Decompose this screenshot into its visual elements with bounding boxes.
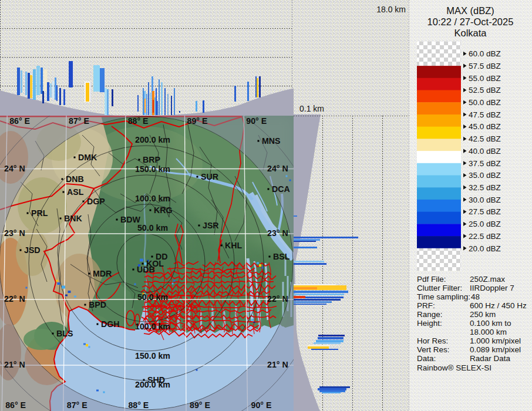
svg-text:10:22 / 27-Oct-2025: 10:22 / 27-Oct-2025	[427, 16, 514, 27]
svg-text:250 km: 250 km	[470, 310, 496, 319]
svg-text:57.5 dBZ: 57.5 dBZ	[469, 62, 501, 70]
svg-text:90° E: 90° E	[251, 400, 272, 410]
svg-text:1.000 km/pixel: 1.000 km/pixel	[470, 336, 521, 345]
svg-text:32.5 dBZ: 32.5 dBZ	[469, 183, 501, 192]
svg-text:BSL: BSL	[273, 252, 290, 261]
svg-text:60.0 dBZ: 60.0 dBZ	[469, 49, 501, 58]
svg-text:24° N: 24° N	[267, 164, 288, 173]
svg-text:22.5 dBZ: 22.5 dBZ	[469, 232, 501, 241]
svg-text:45.0 dBZ: 45.0 dBZ	[469, 122, 501, 131]
svg-text:Radar Data: Radar Data	[470, 354, 511, 363]
svg-text:18.000 km: 18.000 km	[470, 328, 507, 336]
svg-text:Range:: Range:	[417, 310, 443, 319]
svg-text:ASL: ASL	[67, 187, 84, 197]
svg-text:DGP: DGP	[87, 197, 105, 206]
svg-text:BRP: BRP	[143, 155, 160, 164]
svg-text:Kolkata: Kolkata	[454, 28, 487, 38]
svg-text:87° E: 87° E	[69, 116, 89, 126]
svg-text:20.0 dBZ: 20.0 dBZ	[469, 244, 501, 253]
svg-text:Hor Res:: Hor Res:	[417, 336, 448, 345]
svg-text:37.5 dBZ: 37.5 dBZ	[469, 159, 501, 168]
svg-text:Vert Res:: Vert Res:	[417, 345, 450, 354]
svg-text:Height:: Height:	[417, 319, 442, 328]
svg-text:MDR: MDR	[93, 269, 112, 278]
svg-text:40.0 dBZ: 40.0 dBZ	[469, 147, 501, 156]
svg-text:47.5 dBZ: 47.5 dBZ	[469, 110, 501, 119]
svg-text:150.0 km: 150.0 km	[135, 351, 170, 361]
svg-text:JSD: JSD	[24, 245, 41, 255]
svg-text:89° E: 89° E	[187, 116, 208, 126]
svg-text:88° E: 88° E	[128, 400, 149, 410]
svg-text:86° E: 86° E	[9, 116, 30, 126]
svg-text:Data:: Data:	[417, 354, 436, 363]
svg-text:50.0 km: 50.0 km	[137, 223, 168, 233]
svg-text:55.0 dBZ: 55.0 dBZ	[469, 74, 501, 83]
svg-text:48: 48	[471, 292, 480, 301]
svg-text:21° N: 21° N	[267, 360, 288, 369]
svg-text:250Z.max: 250Z.max	[470, 275, 505, 284]
svg-text:87° E: 87° E	[67, 400, 87, 410]
svg-text:MAX (dBZ): MAX (dBZ)	[446, 5, 494, 16]
svg-text:MNS: MNS	[262, 136, 281, 146]
svg-text:Clutter Filter:: Clutter Filter:	[417, 284, 462, 292]
svg-text:DGH: DGH	[101, 319, 120, 329]
svg-text:PRF:: PRF:	[417, 301, 435, 310]
svg-text:22° N: 22° N	[4, 294, 25, 304]
svg-text:Pdf File:: Pdf File:	[417, 275, 446, 284]
svg-text:Rainbow® SELEX-SI: Rainbow® SELEX-SI	[417, 363, 491, 372]
svg-text:50.0 dBZ: 50.0 dBZ	[469, 98, 501, 107]
svg-text:KRG: KRG	[154, 206, 173, 215]
svg-text:KOL: KOL	[146, 259, 164, 268]
svg-text:23° N: 23° N	[267, 228, 288, 238]
svg-text:600 Hz / 450 Hz: 600 Hz / 450 Hz	[470, 301, 527, 310]
svg-text:30.0 dBZ: 30.0 dBZ	[469, 196, 501, 204]
svg-text:21° N: 21° N	[4, 360, 25, 369]
svg-text:DCA: DCA	[272, 184, 290, 194]
svg-text:100.0 km: 100.0 km	[135, 322, 170, 331]
svg-text:25.0 dBZ: 25.0 dBZ	[469, 220, 501, 228]
svg-text:IIRDoppler 7: IIRDoppler 7	[470, 284, 514, 292]
svg-text:86° E: 86° E	[5, 400, 26, 410]
svg-text:SUR: SUR	[201, 172, 218, 181]
svg-text:22° N: 22° N	[267, 294, 288, 304]
svg-text:90° E: 90° E	[246, 116, 267, 126]
svg-text:0.089 km/pixel: 0.089 km/pixel	[470, 345, 521, 354]
svg-text:200.0 km: 200.0 km	[135, 135, 170, 144]
svg-text:52.5 dBZ: 52.5 dBZ	[469, 86, 501, 95]
svg-text:BLS: BLS	[56, 329, 73, 338]
svg-text:Time sampling:: Time sampling:	[417, 292, 470, 301]
svg-text:89° E: 89° E	[190, 400, 210, 410]
svg-text:DNB: DNB	[66, 174, 84, 184]
svg-text:PRL: PRL	[31, 208, 48, 218]
svg-text:18.0 km: 18.0 km	[376, 5, 406, 14]
svg-text:50.0 km: 50.0 km	[137, 292, 168, 302]
svg-text:KHL: KHL	[225, 241, 242, 250]
svg-text:42.5 dBZ: 42.5 dBZ	[469, 134, 501, 143]
svg-text:0.100 km to: 0.100 km to	[470, 319, 511, 328]
svg-text:BPD: BPD	[89, 300, 106, 309]
svg-text:35.0 dBZ: 35.0 dBZ	[469, 171, 501, 180]
svg-text:0.1 km: 0.1 km	[299, 104, 324, 113]
svg-text:BNK: BNK	[64, 214, 82, 223]
svg-text:200.0 km: 200.0 km	[135, 380, 170, 389]
svg-text:24° N: 24° N	[4, 164, 25, 173]
svg-text:JSR: JSR	[203, 221, 219, 230]
svg-text:DMK: DMK	[78, 153, 97, 162]
svg-text:88° E: 88° E	[128, 116, 149, 126]
svg-text:100.0 km: 100.0 km	[135, 194, 170, 203]
svg-text:27.5 dBZ: 27.5 dBZ	[469, 207, 501, 216]
svg-text:150.0 km: 150.0 km	[135, 164, 170, 174]
svg-text:23° N: 23° N	[4, 228, 25, 238]
